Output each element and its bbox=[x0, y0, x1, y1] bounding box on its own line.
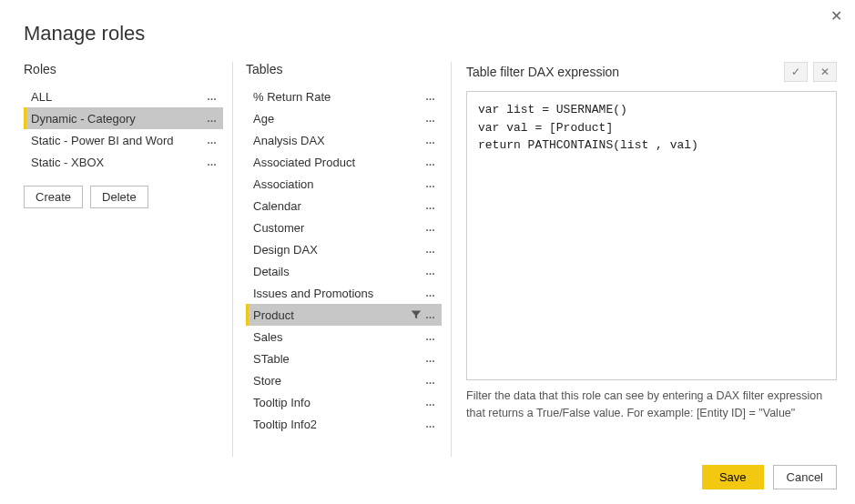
expression-header: Table filter DAX expression bbox=[466, 65, 619, 79]
table-item-label: Sales bbox=[253, 330, 425, 344]
ellipsis-icon[interactable]: … bbox=[207, 156, 218, 167]
ellipsis-icon[interactable]: … bbox=[425, 353, 436, 364]
roles-header: Roles bbox=[24, 62, 223, 86]
role-item[interactable]: Static - Power BI and Word… bbox=[24, 129, 223, 151]
table-item-label: Tooltip Info2 bbox=[253, 418, 425, 431]
create-button[interactable]: Create bbox=[24, 186, 83, 208]
table-item[interactable]: Association… bbox=[246, 173, 442, 195]
cancel-button[interactable]: Cancel bbox=[773, 465, 837, 489]
table-item-actions: … bbox=[425, 91, 436, 102]
role-item-actions: … bbox=[207, 156, 218, 167]
expression-tool-buttons: ✓ ✕ bbox=[784, 62, 837, 82]
expression-header-row: Table filter DAX expression ✓ ✕ bbox=[466, 62, 837, 91]
table-item[interactable]: Product… bbox=[246, 304, 442, 326]
table-item[interactable]: Details… bbox=[246, 260, 442, 282]
table-item[interactable]: Sales… bbox=[246, 326, 442, 348]
columns-container: Roles ALL…Dynamic - Category…Static - Po… bbox=[0, 62, 855, 457]
close-icon[interactable]: ✕ bbox=[830, 7, 842, 25]
tables-list: % Return Rate…Age…Analysis DAX…Associate… bbox=[246, 86, 442, 435]
table-item-label: Product bbox=[253, 308, 411, 322]
ellipsis-icon[interactable]: … bbox=[425, 397, 436, 408]
table-item-actions: … bbox=[425, 244, 436, 255]
role-item-actions: … bbox=[207, 135, 218, 146]
table-item[interactable]: Design DAX… bbox=[246, 238, 442, 260]
ellipsis-icon[interactable]: … bbox=[425, 222, 436, 233]
ellipsis-icon[interactable]: … bbox=[207, 113, 218, 124]
table-item-label: Tooltip Info bbox=[253, 396, 425, 409]
role-item-actions: … bbox=[207, 91, 218, 102]
ellipsis-icon[interactable]: … bbox=[425, 178, 436, 189]
table-item-actions: … bbox=[425, 113, 436, 124]
role-item[interactable]: ALL… bbox=[24, 86, 223, 107]
roles-list: ALL…Dynamic - Category…Static - Power BI… bbox=[24, 86, 223, 173]
table-item-actions: … bbox=[425, 222, 436, 233]
ellipsis-icon[interactable]: … bbox=[425, 244, 436, 255]
table-item-label: Association bbox=[253, 177, 425, 191]
tables-column: Tables % Return Rate…Age…Analysis DAX…As… bbox=[233, 62, 452, 457]
ellipsis-icon[interactable]: … bbox=[425, 331, 436, 342]
dax-expression-editor[interactable]: var list = USERNAME() var val = [Product… bbox=[466, 91, 837, 380]
ellipsis-icon[interactable]: … bbox=[425, 156, 436, 167]
table-item-actions: … bbox=[425, 200, 436, 211]
ellipsis-icon[interactable]: … bbox=[425, 135, 436, 146]
ellipsis-icon[interactable]: … bbox=[425, 375, 436, 386]
accept-expression-button[interactable]: ✓ bbox=[784, 62, 808, 82]
table-item-actions: … bbox=[425, 418, 436, 429]
table-item-label: Details bbox=[253, 265, 425, 278]
role-item-actions: … bbox=[207, 113, 218, 124]
table-item-actions: … bbox=[425, 266, 436, 277]
role-item-label: Dynamic - Category bbox=[31, 112, 207, 126]
role-item[interactable]: Dynamic - Category… bbox=[24, 107, 223, 129]
expression-help-text: Filter the data that this role can see b… bbox=[466, 388, 837, 422]
save-button[interactable]: Save bbox=[702, 465, 764, 489]
table-item-actions: … bbox=[425, 287, 436, 298]
table-item-label: Age bbox=[253, 112, 425, 126]
roles-column: Roles ALL…Dynamic - Category…Static - Po… bbox=[24, 62, 233, 457]
table-item[interactable]: Analysis DAX… bbox=[246, 129, 442, 151]
table-item-actions: … bbox=[425, 397, 436, 408]
table-item[interactable]: Customer… bbox=[246, 217, 442, 238]
table-item-label: Calendar bbox=[253, 199, 425, 213]
role-item-label: Static - XBOX bbox=[31, 156, 207, 169]
ellipsis-icon[interactable]: … bbox=[425, 287, 436, 298]
table-item-label: Design DAX bbox=[253, 243, 425, 257]
tables-header: Tables bbox=[246, 62, 442, 86]
table-item[interactable]: % Return Rate… bbox=[246, 86, 442, 107]
table-item-actions: … bbox=[425, 375, 436, 386]
table-item[interactable]: Store… bbox=[246, 369, 442, 391]
table-item-label: Associated Product bbox=[253, 156, 425, 169]
table-item-label: Customer bbox=[253, 221, 425, 235]
table-item-actions: … bbox=[411, 309, 436, 320]
table-item-label: Store bbox=[253, 374, 425, 388]
ellipsis-icon[interactable]: … bbox=[425, 266, 436, 277]
table-item[interactable]: Issues and Promotions… bbox=[246, 282, 442, 304]
dialog-title: Manage roles bbox=[0, 0, 855, 45]
ellipsis-icon[interactable]: … bbox=[425, 309, 436, 320]
table-item-actions: … bbox=[425, 135, 436, 146]
ellipsis-icon[interactable]: … bbox=[425, 418, 436, 429]
table-item[interactable]: STable… bbox=[246, 348, 442, 369]
table-item-actions: … bbox=[425, 331, 436, 342]
table-item[interactable]: Tooltip Info… bbox=[246, 391, 442, 413]
role-item[interactable]: Static - XBOX… bbox=[24, 151, 223, 173]
ellipsis-icon[interactable]: … bbox=[207, 91, 218, 102]
discard-expression-button[interactable]: ✕ bbox=[813, 62, 837, 82]
table-item-label: % Return Rate bbox=[253, 90, 425, 104]
ellipsis-icon[interactable]: … bbox=[425, 113, 436, 124]
table-item[interactable]: Associated Product… bbox=[246, 151, 442, 173]
ellipsis-icon[interactable]: … bbox=[425, 200, 436, 211]
table-item[interactable]: Tooltip Info2… bbox=[246, 413, 442, 435]
role-item-label: Static - Power BI and Word bbox=[31, 134, 207, 147]
delete-button[interactable]: Delete bbox=[90, 186, 148, 208]
table-item[interactable]: Age… bbox=[246, 107, 442, 129]
filter-icon bbox=[411, 309, 422, 320]
table-item-label: Analysis DAX bbox=[253, 134, 425, 147]
ellipsis-icon[interactable]: … bbox=[207, 135, 218, 146]
ellipsis-icon[interactable]: … bbox=[425, 91, 436, 102]
dialog-footer: Save Cancel bbox=[702, 465, 837, 489]
table-item[interactable]: Calendar… bbox=[246, 195, 442, 217]
table-item-actions: … bbox=[425, 156, 436, 167]
selection-accent bbox=[246, 304, 249, 326]
table-item-label: Issues and Promotions bbox=[253, 287, 425, 300]
table-item-actions: … bbox=[425, 178, 436, 189]
